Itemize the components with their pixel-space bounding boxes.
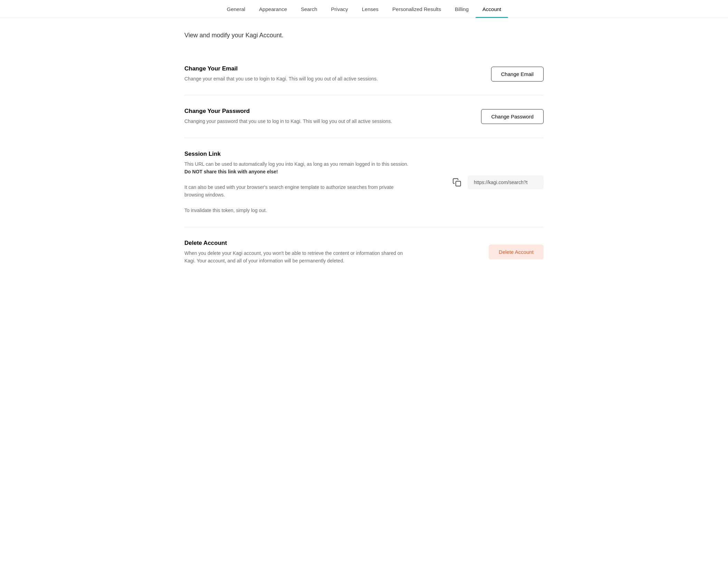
session-link-controls: https://kagi.com/search?t xyxy=(450,175,544,189)
session-link-desc-line2: It can also be used with your browser's … xyxy=(184,184,394,198)
session-url-display: https://kagi.com/search?t xyxy=(468,175,544,189)
delete-account-description: When you delete your Kagi account, you w… xyxy=(184,249,409,265)
session-link-desc-line1: This URL can be used to automatically lo… xyxy=(184,161,409,167)
change-password-content: Change Your Password Changing your passw… xyxy=(184,108,409,125)
main-content: View and modify your Kagi Account. Chang… xyxy=(174,18,554,291)
copy-session-link-button[interactable] xyxy=(450,176,463,189)
session-link-content: Session Link This URL can be used to aut… xyxy=(184,151,409,214)
session-link-desc-bold: Do NOT share this link with anyone else! xyxy=(184,169,278,174)
nav-item-privacy[interactable]: Privacy xyxy=(324,0,355,18)
nav-item-billing[interactable]: Billing xyxy=(448,0,476,18)
session-link-desc-line3: To invalidate this token, simply log out… xyxy=(184,208,267,213)
change-email-title: Change Your Email xyxy=(184,65,409,72)
nav-item-personalized-results[interactable]: Personalized Results xyxy=(385,0,448,18)
delete-account-button[interactable]: Delete Account xyxy=(489,245,544,259)
nav-item-account[interactable]: Account xyxy=(476,0,508,18)
change-password-section: Change Your Password Changing your passw… xyxy=(184,95,544,138)
session-link-section: Session Link This URL can be used to aut… xyxy=(184,138,544,227)
session-link-title: Session Link xyxy=(184,151,409,157)
session-link-description: This URL can be used to automatically lo… xyxy=(184,160,409,214)
change-password-button[interactable]: Change Password xyxy=(481,109,544,124)
change-password-description: Changing your password that you use to l… xyxy=(184,117,409,125)
delete-account-section: Delete Account When you delete your Kagi… xyxy=(184,227,544,277)
change-email-content: Change Your Email Change your email that… xyxy=(184,65,409,83)
nav-item-lenses[interactable]: Lenses xyxy=(355,0,385,18)
nav-item-appearance[interactable]: Appearance xyxy=(252,0,294,18)
change-email-description: Change your email that you use to login … xyxy=(184,75,409,83)
nav-item-general[interactable]: General xyxy=(220,0,252,18)
copy-icon xyxy=(452,178,461,187)
change-email-section: Change Your Email Change your email that… xyxy=(184,53,544,95)
svg-rect-0 xyxy=(456,181,461,186)
nav-item-search[interactable]: Search xyxy=(294,0,324,18)
change-email-button[interactable]: Change Email xyxy=(491,67,544,82)
page-subtitle: View and modify your Kagi Account. xyxy=(184,32,544,39)
change-password-title: Change Your Password xyxy=(184,108,409,115)
delete-account-content: Delete Account When you delete your Kagi… xyxy=(184,240,409,265)
delete-account-title: Delete Account xyxy=(184,240,409,247)
top-nav: GeneralAppearanceSearchPrivacyLensesPers… xyxy=(0,0,728,18)
